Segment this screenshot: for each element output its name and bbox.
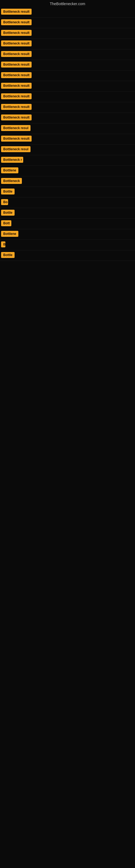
result-row: Bottleneck r <box>0 155 135 166</box>
result-row: Bottle <box>0 250 135 261</box>
bottleneck-badge[interactable]: Bottleneck result <box>1 19 32 25</box>
result-row: Bottleneck result <box>0 102 135 113</box>
bottleneck-badge[interactable]: Bottleneck result <box>1 104 32 110</box>
result-row: Bottle <box>0 208 135 219</box>
result-row: Bottleneck result <box>0 39 135 50</box>
result-row: Bottleneck result <box>0 113 135 123</box>
result-row: Bottleneck result <box>0 92 135 102</box>
result-row: Bottleneck <box>0 176 135 187</box>
bottleneck-badge[interactable]: Bottleneck result <box>1 9 32 14</box>
result-row: Bottleneck result <box>0 28 135 39</box>
bottleneck-badge[interactable]: Bott <box>1 220 11 226</box>
result-row: Bottleneck result <box>0 134 135 145</box>
bottleneck-badge[interactable]: Bottleneck result <box>1 30 32 36</box>
bottleneck-badge[interactable]: Bottleneck result <box>1 62 32 67</box>
bottleneck-badge[interactable]: Bottle <box>1 188 14 194</box>
result-row: Bottleneck resul <box>0 145 135 155</box>
bottleneck-badge[interactable]: Bottleneck resul <box>1 146 31 152</box>
result-row: Bottlene <box>0 166 135 176</box>
result-row: Bottleneck result <box>0 18 135 28</box>
bottleneck-badge[interactable]: Bottleneck result <box>1 40 32 46</box>
result-row: Bottleneck result <box>0 50 135 60</box>
bottleneck-badge[interactable]: Bottleneck result <box>1 93 32 99</box>
bottleneck-badge[interactable]: Bottleneck result <box>1 115 32 120</box>
bottleneck-badge[interactable]: B <box>1 241 5 247</box>
site-header: TheBottlenecker.com <box>0 0 135 7</box>
bottleneck-badge[interactable]: Bottleneck <box>1 178 22 184</box>
bottleneck-badge[interactable]: Bottle <box>1 252 14 258</box>
bottleneck-badge[interactable]: Bottleneck result <box>1 83 32 89</box>
result-row: Bottleneck result <box>0 7 135 18</box>
result-row: Bo <box>0 197 135 208</box>
bottleneck-badge[interactable]: Bottlene <box>1 167 18 173</box>
result-row: Bott <box>0 219 135 229</box>
bottleneck-badge[interactable]: Bottle <box>1 210 14 216</box>
bottleneck-badge[interactable]: Bottleneck resul <box>1 125 31 131</box>
bottleneck-badge[interactable]: Bo <box>1 199 8 205</box>
result-row: B <box>0 240 135 250</box>
result-row: Bottle <box>0 187 135 197</box>
bottleneck-badge[interactable]: Bottleneck result <box>1 72 32 78</box>
result-row: Bottleneck result <box>0 81 135 92</box>
result-row: Bottleneck result <box>0 60 135 70</box>
bottleneck-badge[interactable]: Bottleneck result <box>1 135 32 142</box>
site-title: TheBottlenecker.com <box>0 0 135 7</box>
bottleneck-badge[interactable]: Bottleneck r <box>1 157 23 163</box>
result-row: Bottleneck result <box>0 70 135 81</box>
results-container: Bottleneck resultBottleneck resultBottle… <box>0 7 135 261</box>
result-row: Bottleneck resul <box>0 123 135 134</box>
bottleneck-badge[interactable]: Bottleneck result <box>1 51 32 57</box>
bottleneck-badge[interactable]: Bottlene <box>1 231 18 237</box>
result-row: Bottlene <box>0 229 135 240</box>
